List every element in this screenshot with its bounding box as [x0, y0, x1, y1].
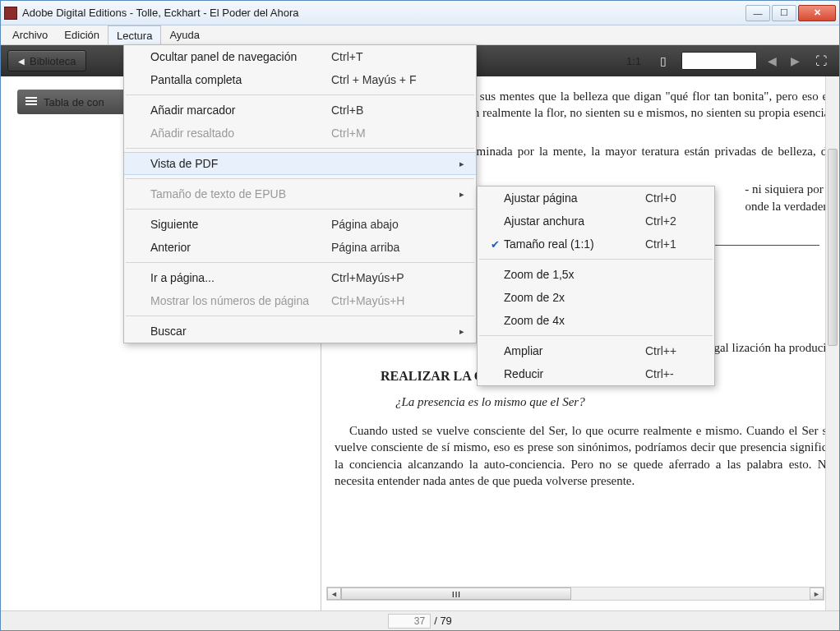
minimize-button[interactable]: — — [745, 5, 770, 21]
toc-label: Tabla de con — [44, 96, 104, 108]
prev-page-button[interactable]: ◀ — [764, 53, 780, 69]
submenu-item[interactable]: AmpliarCtrl++ — [478, 339, 714, 362]
page-input[interactable] — [388, 614, 431, 629]
titlebar[interactable]: Adobe Digital Editions - Tolle, Eckhart … — [1, 1, 839, 25]
close-button[interactable]: ✕ — [798, 5, 836, 21]
submenu-shortcut: Ctrl+1 — [645, 237, 703, 251]
vista-pdf-submenu: Ajustar páginaCtrl+0Ajustar anchuraCtrl+… — [477, 186, 715, 386]
menu-item[interactable]: Añadir marcadorCtrl+B — [124, 99, 476, 122]
paragraph: - ni siquiera por u — [701, 181, 833, 197]
bookmark-icon[interactable]: ▯ — [652, 51, 675, 71]
paragraph: onde la verdadera — [701, 198, 833, 214]
fullscreen-icon[interactable]: ⛶ — [810, 51, 833, 71]
paragraph: Cuando usted se vuelve consciente del Se… — [335, 422, 833, 489]
submenu-item-label: Zoom de 4x — [504, 314, 645, 327]
menu-item[interactable]: SiguientePágina abajo — [124, 213, 476, 236]
library-label: Biblioteca — [30, 55, 76, 67]
menu-edicion[interactable]: Edición — [56, 25, 108, 44]
menu-item-label: Mostrar los números de página — [150, 294, 331, 307]
menu-item-label: Siguiente — [150, 218, 331, 231]
menu-shortcut: Página abajo — [331, 218, 455, 231]
menu-item-label: Añadir resaltado — [150, 127, 331, 140]
app-icon — [4, 7, 17, 20]
menu-item[interactable]: Ir a página...Ctrl+Mayús+P — [124, 266, 476, 289]
menubar: Archivo Edición Lectura Ayuda — [1, 25, 839, 45]
submenu-item-label: Zoom de 2x — [504, 291, 645, 304]
scroll-track[interactable]: ııı — [341, 587, 810, 600]
submenu-item[interactable]: ReducirCtrl+- — [478, 362, 714, 385]
menu-item-label: Añadir marcador — [150, 104, 331, 117]
toc-icon — [25, 97, 37, 107]
menu-ayuda[interactable]: Ayuda — [161, 25, 208, 44]
submenu-item-label: Ajustar página — [504, 191, 645, 205]
menu-item-label: Tamaño de texto de EPUB — [150, 187, 331, 200]
submenu-item-label: Tamaño real (1:1) — [504, 237, 645, 251]
menu-archivo[interactable]: Archivo — [4, 25, 56, 44]
window-title: Adobe Digital Editions - Tolle, Eckhart … — [22, 7, 745, 19]
vscroll-thumb[interactable] — [828, 149, 838, 346]
submenu-item-label: Zoom de 1,5x — [504, 268, 645, 281]
submenu-item-label: Ampliar — [504, 344, 645, 357]
menu-shortcut: Ctrl + Mayús + F — [331, 73, 455, 86]
page-total: / 79 — [434, 615, 452, 627]
scroll-left-button[interactable]: ◄ — [327, 587, 341, 600]
scroll-right-button[interactable]: ► — [810, 587, 824, 600]
maximize-button[interactable]: ☐ — [772, 5, 796, 21]
submenu-item-label: Reducir — [504, 367, 645, 380]
menu-item[interactable]: AnteriorPágina arriba — [124, 236, 476, 259]
menu-item[interactable]: Ocultar panel de navegaciónCtrl+T — [124, 45, 476, 68]
submenu-shortcut: Ctrl+0 — [645, 191, 703, 205]
search-input[interactable] — [681, 52, 757, 70]
section-question: ¿La presencia es lo mismo que el Ser? — [335, 395, 833, 409]
menu-item: Añadir resaltadoCtrl+M — [124, 122, 476, 145]
menu-shortcut: Página arriba — [331, 241, 455, 254]
lectura-menu-dropdown: Ocultar panel de navegaciónCtrl+TPantall… — [123, 44, 477, 343]
menu-item-label: Vista de PDF — [150, 157, 331, 170]
menu-item-label: Ir a página... — [150, 271, 331, 284]
menu-item[interactable]: Pantalla completaCtrl + Mayús + F — [124, 68, 476, 91]
submenu-arrow-icon: ▸ — [455, 189, 464, 200]
submenu-shortcut: Ctrl+- — [645, 367, 703, 380]
submenu-item[interactable]: Zoom de 1,5x — [478, 263, 714, 286]
menu-item-label: Ocultar panel de navegación — [150, 50, 331, 63]
check-icon: ✔ — [486, 238, 504, 251]
submenu-shortcut: Ctrl++ — [645, 344, 703, 357]
submenu-item[interactable]: Zoom de 2x — [478, 286, 714, 309]
menu-item: Mostrar los números de páginaCtrl+Mayús+… — [124, 289, 476, 312]
vertical-scrollbar[interactable] — [825, 76, 839, 610]
actual-size-icon[interactable]: 1:1 — [622, 51, 645, 71]
next-page-button[interactable]: ▶ — [787, 53, 803, 69]
scroll-thumb[interactable]: ııı — [341, 587, 571, 600]
submenu-item[interactable]: Zoom de 4x — [478, 309, 714, 332]
horizontal-scrollbar[interactable]: ◄ ııı ► — [326, 587, 824, 601]
menu-shortcut: Ctrl+M — [331, 127, 455, 140]
submenu-shortcut: Ctrl+2 — [645, 214, 703, 228]
submenu-item[interactable]: Ajustar páginaCtrl+0 — [478, 187, 714, 210]
menu-item-label: Buscar — [150, 325, 331, 338]
menu-item[interactable]: Buscar▸ — [124, 320, 476, 343]
menu-item-label: Pantalla completa — [150, 73, 331, 86]
submenu-item[interactable]: Ajustar anchuraCtrl+2 — [478, 210, 714, 233]
back-triangle-icon: ◀ — [18, 57, 25, 66]
submenu-item-label: Ajustar anchura — [504, 214, 645, 228]
menu-item: Tamaño de texto de EPUB▸ — [124, 182, 476, 205]
menu-item-label: Anterior — [150, 241, 331, 254]
status-bar: / 79 — [1, 610, 839, 630]
submenu-arrow-icon: ▸ — [455, 159, 464, 169]
menu-shortcut: Ctrl+Mayús+H — [331, 294, 455, 307]
submenu-item[interactable]: ✔Tamaño real (1:1)Ctrl+1 — [478, 233, 714, 256]
menu-lectura[interactable]: Lectura — [108, 25, 161, 44]
library-button[interactable]: ◀ Biblioteca — [7, 50, 86, 71]
menu-item[interactable]: Vista de PDF▸ — [124, 152, 476, 175]
menu-shortcut: Ctrl+B — [331, 104, 455, 117]
menu-shortcut: Ctrl+T — [331, 50, 455, 63]
submenu-arrow-icon: ▸ — [455, 326, 464, 337]
menu-shortcut: Ctrl+Mayús+P — [331, 271, 455, 284]
